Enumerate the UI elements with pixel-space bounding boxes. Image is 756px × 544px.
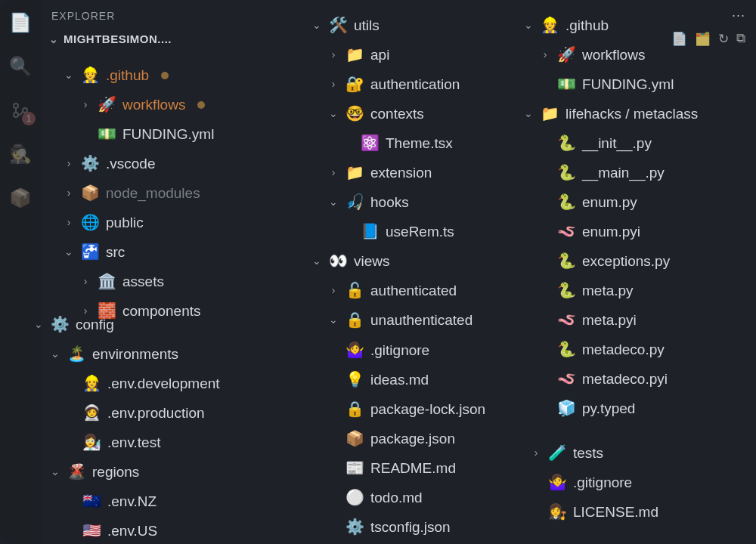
tree-section-bot-mid: ›🤷‍♀️.gitignore›💡ideas.md›🔒package-lock.… — [298, 335, 525, 542]
tree-row[interactable]: ›📦package.json — [298, 424, 525, 453]
tree-row[interactable]: ›👷‍♀️.env.development — [20, 369, 277, 398]
tree-row[interactable]: ›🐍__main__.py — [510, 158, 756, 187]
tree-item-label: api — [370, 44, 389, 66]
file-icon: ⚙️ — [345, 515, 364, 539]
file-icon: 🏛️ — [97, 270, 116, 293]
file-icon: ⚛️ — [360, 131, 380, 155]
file-icon: 🤷‍♀️ — [547, 471, 567, 494]
tree-row[interactable]: ⌄🌋regions — [20, 457, 277, 487]
file-icon: 🔒 — [345, 308, 364, 332]
file-icon: 🛠️ — [328, 14, 348, 37]
file-icon: 🪱 — [556, 308, 576, 332]
tree-row[interactable]: ›👩‍🔬.env.test — [20, 428, 277, 457]
tree-item-label: lifehacks / metaclass — [565, 103, 698, 125]
tree-row[interactable]: ›🐍enum.py — [510, 187, 756, 217]
tree-row[interactable]: ›🤷‍♀️.gitignore — [298, 335, 525, 365]
tree-row[interactable]: ›🧊py.typed — [510, 394, 756, 423]
explorer-activity-icon[interactable]: 📄 — [8, 11, 33, 35]
file-icon: ⚙️ — [80, 152, 100, 175]
tree-item-label: config — [76, 314, 114, 335]
chevron-right-icon: › — [328, 76, 339, 93]
file-icon: 📦 — [345, 427, 364, 450]
tree-row[interactable]: ›🌐public — [50, 208, 307, 237]
tree-row[interactable]: ⌄🤓contexts — [298, 99, 525, 128]
tree-item-label: meta.pyi — [582, 309, 637, 331]
tree-row[interactable]: ›⚪todo.md — [298, 483, 525, 512]
source-control-activity-icon[interactable]: 1 — [8, 98, 33, 122]
tree-row[interactable]: ⌄👷.github — [510, 11, 756, 40]
tree-row[interactable]: ⌄⚙️config — [20, 310, 277, 339]
tree-row[interactable]: ›🪱metadeco.pyi — [510, 364, 756, 394]
tree-row[interactable]: ›🔒package-lock.json — [298, 394, 525, 424]
tree-row[interactable]: ⌄📁lifehacks / metaclass — [510, 99, 756, 128]
file-icon: 💡 — [345, 368, 364, 391]
tree-row[interactable]: ⌄🎣hooks — [298, 187, 525, 217]
file-icon: 👷‍♀️ — [82, 372, 101, 395]
tree-row[interactable]: ›📁extension — [298, 158, 525, 187]
file-icon: 🐍 — [556, 131, 576, 155]
tree-row[interactable]: ›🐍exceptions.py — [510, 246, 756, 276]
tree-section-bot-right: ›🧪tests›🤷‍♀️.gitignore›👩‍⚖️LICENSE.md — [517, 438, 756, 527]
tree-item-label: .env.NZ — [107, 490, 156, 512]
chevron-down-icon: ⌄ — [328, 312, 339, 329]
chevron-down-icon: ⌄ — [64, 244, 74, 261]
debug-activity-icon[interactable]: 🕵️ — [8, 142, 33, 166]
tree-row[interactable]: ›🚀workflows — [50, 90, 307, 119]
tree-item-label: meta.py — [582, 280, 634, 301]
tree-row[interactable]: ›🏛️assets — [50, 267, 307, 296]
file-icon: ⚙️ — [50, 313, 70, 336]
file-icon: 🇳🇿 — [82, 490, 101, 513]
tree-row[interactable]: ›🐍__init__.py — [510, 128, 756, 158]
file-icon: 👀 — [328, 249, 348, 273]
tree-row[interactable]: ⌄👀views — [298, 246, 525, 276]
tree-row[interactable]: ⌄🛠️utils — [298, 11, 525, 40]
tree-row[interactable]: ›🇳🇿.env.NZ — [20, 487, 277, 516]
tree-row[interactable]: ⌄🏝️environments — [20, 339, 277, 369]
file-icon: 🌐 — [80, 211, 100, 234]
tree-row[interactable]: ›📰README.md — [298, 453, 525, 483]
tree-row[interactable]: ›🤷‍♀️.gitignore — [517, 468, 756, 497]
tree-row[interactable]: ›🪱enum.pyi — [510, 217, 756, 246]
tree-row[interactable]: ⌄👷.github — [50, 60, 307, 90]
tree-row[interactable]: ›⚙️tsconfig.json — [298, 512, 525, 542]
tree-section-top-right: ⌄👷.github›🚀workflows›💵FUNDING.yml⌄📁lifeh… — [510, 11, 756, 423]
file-icon: 🐍 — [556, 338, 576, 361]
chevron-down-icon: ⌄ — [50, 346, 60, 363]
tree-row[interactable]: ›📘useRem.ts — [298, 217, 525, 246]
search-activity-icon[interactable]: 🔍 — [8, 54, 33, 79]
file-icon: 🔓 — [345, 279, 364, 302]
tree-item-label: hooks — [370, 191, 409, 213]
tree-row[interactable]: ›📁api — [298, 40, 525, 70]
tree-row[interactable]: ›📦node_modules — [50, 178, 307, 208]
tree-row[interactable]: ›🚀workflows — [510, 40, 756, 70]
tree-row[interactable]: ›🐍meta.py — [510, 276, 756, 305]
tree-row[interactable]: ›👩‍⚖️LICENSE.md — [517, 497, 756, 527]
tree-item-label: utils — [354, 14, 380, 36]
tree-section-top-left: ⌄👷.github›🚀workflows›💵FUNDING.yml›⚙️.vsc… — [50, 60, 307, 326]
file-icon: 👩‍🔬 — [82, 431, 101, 454]
extensions-activity-icon[interactable]: 📦 — [8, 186, 33, 210]
tree-row[interactable]: ⌄🚰src — [50, 237, 307, 267]
tree-row[interactable]: ›💡ideas.md — [298, 365, 525, 394]
tree-item-label: package.json — [370, 428, 455, 450]
tree-row[interactable]: ›🐍metadeco.py — [510, 335, 756, 364]
file-icon: 📁 — [345, 43, 364, 66]
file-icon: 🐍 — [556, 161, 576, 184]
tree-row[interactable]: ›💵FUNDING.yml — [510, 70, 756, 99]
file-icon: 🇺🇸 — [82, 519, 101, 542]
tree-item-label: unauthenticated — [370, 309, 472, 331]
tree-row[interactable]: ›💵FUNDING.yml — [50, 119, 307, 149]
tree-row[interactable]: ›🇺🇸.env.US — [20, 516, 277, 544]
tree-row[interactable]: ›⚙️.vscode — [50, 149, 307, 178]
chevron-right-icon: › — [328, 283, 339, 299]
tree-row[interactable]: ›🔓authenticated — [298, 276, 525, 305]
tree-row[interactable]: ›⚛️Theme.tsx — [298, 128, 525, 158]
tree-item-label: tests — [573, 442, 603, 464]
tree-item-label: public — [106, 212, 144, 233]
tree-row[interactable]: ›🧑‍🚀.env.production — [20, 398, 277, 428]
tree-row[interactable]: ›🪱meta.pyi — [510, 305, 756, 335]
tree-row[interactable]: ›🔐authentication — [298, 70, 525, 99]
file-icon: 🔐 — [345, 73, 364, 96]
tree-row[interactable]: ›🧪tests — [517, 438, 756, 468]
tree-row[interactable]: ⌄🔒unauthenticated — [298, 305, 525, 335]
